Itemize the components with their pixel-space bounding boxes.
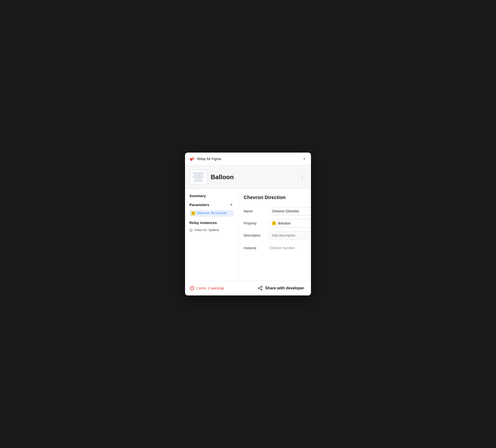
titlebar: Relay for Figma × [185,153,311,165]
name-label: Name [244,209,265,213]
component-thumbnail [190,170,207,184]
instance-item: Chevron Symbol [189,228,234,233]
share-icon [258,286,263,291]
property-select-inner: ! direction [272,221,291,225]
svg-point-14 [261,286,262,287]
app-window: Relay for Figma × Balloon ⋮ Summary Para… [185,153,311,295]
instance-label-field: Instance [244,246,265,250]
instance-value-container: Chevron Symbol [268,243,311,253]
right-panel-header: Chevron Direction [244,194,311,201]
svg-point-16 [261,289,262,290]
main-content: Summary Parameters + ! Chevron Direction… [185,189,311,281]
svg-point-15 [258,288,260,289]
property-field-row: Property ! direction ⌄ [244,219,311,227]
thumb-line-1 [193,173,204,174]
error-status: ! 1 error, 2 warnings [190,286,224,290]
property-value: direction [278,221,291,225]
summary-label: Summary [189,194,234,198]
parameters-label: Parameters [189,203,209,207]
right-panel: Chevron Direction Name Pro [238,189,311,281]
description-input[interactable] [268,231,311,239]
left-panel: Summary Parameters + ! Chevron Direction… [185,189,238,281]
property-warning-badge: ! [272,221,276,225]
property-select[interactable]: ! direction ⌄ [268,219,311,227]
thumb-line-5 [194,180,203,181]
svg-marker-2 [190,229,193,232]
relay-instances-label: Relay instances [189,221,234,225]
component-name: Balloon [211,173,234,181]
app-title: Relay for Figma [197,157,221,161]
thumb-line-4 [195,178,202,179]
component-left: Balloon [190,170,234,184]
svg-point-1 [192,157,194,160]
warning-badge: ! [191,211,195,215]
add-parameter-button[interactable]: + [229,202,234,208]
chevron-direction-param[interactable]: ! Chevron Direction [189,210,234,217]
param-label: Chevron Direction [197,212,227,215]
instance-label: Chevron Symbol [195,229,219,232]
name-field-row: Name [244,207,311,215]
close-button[interactable]: × [302,156,307,162]
svg-line-17 [259,287,261,288]
footer: ! 1 error, 2 warnings Share with develop… [185,281,311,295]
parameters-header: Parameters + [189,202,234,208]
error-text: 1 error, 2 warnings [196,286,224,290]
instance-value-text: Chevron Symbol [269,246,294,250]
share-with-developer-button[interactable]: Share with developer [256,284,306,292]
thumb-line-3 [193,177,204,178]
component-header: Balloon ⋮ [185,165,311,189]
description-field-row: Description [244,231,311,239]
share-label: Share with developer [265,286,304,290]
more-options-button[interactable]: ⋮ [298,173,306,181]
svg-line-18 [259,288,261,289]
relay-logo-icon [189,156,195,162]
thumb-line-2 [194,175,203,176]
right-panel-title: Chevron Direction [244,195,286,200]
titlebar-left: Relay for Figma [189,156,221,162]
description-label: Description [244,233,265,237]
error-icon: ! [190,286,194,290]
diamond-icon [189,229,193,232]
name-input[interactable] [268,207,311,215]
instance-field-row: Instance Chevron Symbol [244,243,311,253]
property-label: Property [244,221,265,225]
